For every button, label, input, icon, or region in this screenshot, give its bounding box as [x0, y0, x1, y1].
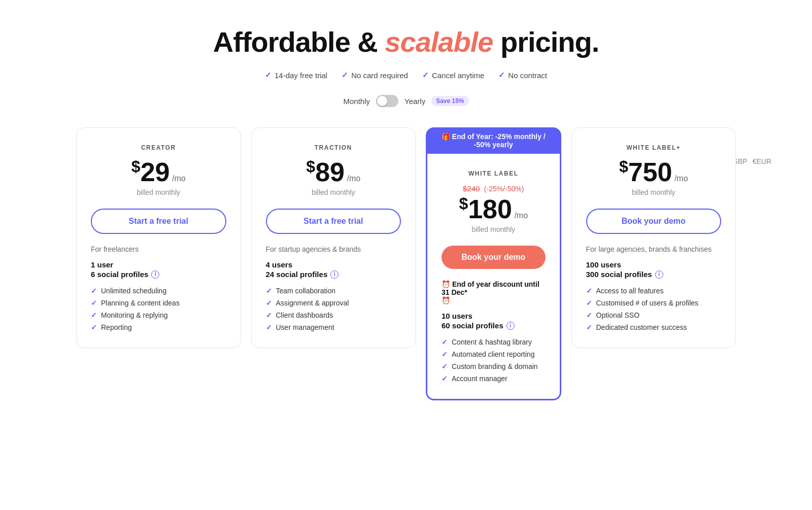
- save-badge: Save 15%: [431, 96, 468, 106]
- plan-traction: TRACTION $89 /mo billed monthly Start a …: [251, 127, 416, 348]
- check-icon: ✓: [342, 71, 348, 80]
- info-icon[interactable]: i: [151, 270, 159, 279]
- discount-note: ⏰ End of year discount until 31 Dec*⏰: [442, 280, 546, 304]
- plan-white-label-plus-price-area: $750 /mo: [586, 158, 722, 185]
- plan-white-label-profiles: 60 social profiles i: [442, 321, 546, 330]
- plan-creator-price-area: $29 /mo: [91, 158, 226, 185]
- discount-text: (-25%/-50%): [484, 185, 524, 193]
- billing-toggle: Monthly Yearly Save 15%: [343, 95, 468, 107]
- plan-white-label-plus: WHITE LABEL+ $750 /mo billed monthly Boo…: [571, 127, 736, 348]
- feature-item: ✓Reporting: [91, 323, 226, 331]
- plan-white-label-plus-users: 100 users: [586, 260, 722, 269]
- feature-no-contract: ✓ No contract: [498, 71, 547, 80]
- plan-traction-price-area: $89 /mo: [266, 158, 401, 185]
- feature-no-contract-text: No contract: [508, 71, 547, 80]
- info-icon[interactable]: i: [506, 322, 515, 330]
- feature-item: ✓Access to all features: [586, 287, 722, 295]
- plan-traction-description: For startup agencies & brands: [266, 245, 401, 253]
- billing-toggle-switch[interactable]: [376, 95, 398, 107]
- plan-creator-price: $29 /mo: [91, 158, 226, 185]
- feature-item: ✓Custom branding & domain: [442, 362, 546, 370]
- check-icon: ✓: [498, 71, 505, 80]
- plan-traction-price: $89 /mo: [266, 158, 401, 185]
- monthly-label: Monthly: [343, 97, 370, 106]
- feature-item: ✓Unlimited scheduling: [91, 287, 226, 295]
- white-label-plus-cta-button[interactable]: Book your demo: [586, 209, 722, 234]
- plan-creator-description: For freelancers: [91, 245, 226, 253]
- plan-white-label-billed: billed monthly: [442, 225, 546, 233]
- plan-white-label-plus-features: ✓Access to all features ✓Customised # of…: [586, 287, 722, 331]
- feature-cancel-text: Cancel anytime: [432, 71, 484, 80]
- plan-white-label: WHITE LABEL $240 (-25%/-50%) $180 /mo bi…: [426, 154, 561, 400]
- feature-item: ✓Optional SSO: [586, 311, 722, 319]
- feature-item: ✓Customised # of users & profiles: [586, 299, 722, 307]
- check-icon: ✓: [265, 71, 272, 80]
- info-icon[interactable]: i: [655, 270, 663, 279]
- plan-creator-features: ✓Unlimited scheduling ✓Planning & conten…: [91, 287, 226, 331]
- original-price: $240: [463, 184, 480, 193]
- plans-container: CREATOR $29 /mo billed monthly Start a f…: [76, 127, 736, 400]
- feature-cancel: ✓ Cancel anytime: [422, 71, 484, 80]
- feature-item: ✓Assignment & approval: [266, 299, 401, 307]
- feature-item: ✓Dedicated customer success: [586, 323, 722, 331]
- plan-white-label-plus-price: $750 /mo: [586, 158, 722, 185]
- page-title: Affordable & scalable pricing.: [213, 25, 599, 58]
- plan-white-label-plus-description: For large agencies, brands & franchises: [586, 245, 722, 253]
- feature-trial-text: 14-day free trial: [275, 71, 327, 80]
- plan-traction-profiles: 24 social profiles i: [266, 270, 401, 279]
- feature-item: ✓Client dashboards: [266, 311, 401, 319]
- plan-white-label-plus-billed: billed monthly: [586, 188, 722, 196]
- plan-white-label-users: 10 users: [442, 312, 546, 320]
- white-label-cta-button[interactable]: Book your demo: [442, 246, 546, 269]
- plan-white-label-plus-profiles: 300 social profiles i: [586, 270, 722, 279]
- feature-item: ✓User management: [266, 323, 401, 331]
- feature-no-card: ✓ No card required: [342, 71, 408, 80]
- featured-banner: 🎁 End of Year: -25% monthly / -50% yearl…: [426, 127, 561, 154]
- feature-item: ✓Monitoring & replying: [91, 311, 226, 319]
- plan-creator-billed: billed monthly: [91, 188, 226, 196]
- plan-traction-users: 4 users: [266, 260, 401, 269]
- feature-trial: ✓ 14-day free trial: [265, 71, 327, 80]
- plan-white-label-features: ✓Content & hashtag library ✓Automated cl…: [442, 338, 546, 383]
- plan-creator: CREATOR $29 /mo billed monthly Start a f…: [76, 127, 241, 348]
- creator-cta-button[interactable]: Start a free trial: [91, 209, 226, 234]
- feature-item: ✓Planning & content ideas: [91, 299, 226, 307]
- info-icon[interactable]: i: [330, 270, 339, 279]
- feature-item: ✓Account manager: [442, 375, 546, 383]
- plan-creator-users: 1 user: [91, 260, 226, 269]
- plan-traction-features: ✓Team collaboration ✓Assignment & approv…: [266, 287, 401, 331]
- currency-eur[interactable]: €EUR: [753, 157, 771, 165]
- plan-white-label-name: WHITE LABEL: [442, 170, 546, 177]
- plan-white-label-price: $180 /mo: [442, 195, 546, 222]
- feature-item: ✓Content & hashtag library: [442, 338, 546, 346]
- plan-white-label-plus-name: WHITE LABEL+: [586, 144, 722, 151]
- plan-white-label-wrapper: 🎁 End of Year: -25% monthly / -50% yearl…: [426, 127, 561, 400]
- plan-traction-billed: billed monthly: [266, 188, 401, 196]
- plan-traction-name: TRACTION: [266, 144, 401, 151]
- traction-cta-button[interactable]: Start a free trial: [266, 209, 401, 234]
- plan-creator-name: CREATOR: [91, 144, 226, 151]
- yearly-label: Yearly: [404, 97, 425, 106]
- feature-item: ✓Automated client reporting: [442, 350, 546, 358]
- feature-item: ✓Team collaboration: [266, 287, 401, 295]
- features-row: ✓ 14-day free trial ✓ No card required ✓…: [265, 71, 547, 80]
- plan-white-label-price-area: $240 (-25%/-50%) $180 /mo: [442, 184, 546, 222]
- check-icon: ✓: [422, 71, 429, 80]
- feature-no-card-text: No card required: [351, 71, 408, 80]
- plan-creator-profiles: 6 social profiles i: [91, 270, 226, 279]
- toggle-knob: [377, 96, 387, 106]
